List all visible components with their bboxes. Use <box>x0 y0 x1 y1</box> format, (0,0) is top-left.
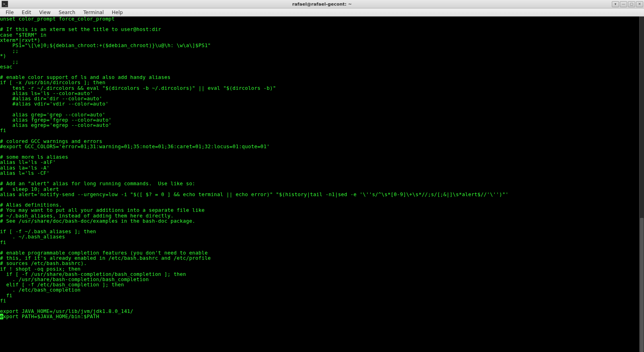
menu-terminal[interactable]: Terminal <box>79 9 108 16</box>
terminal-scrollbar[interactable] <box>639 17 644 352</box>
window-title: rafael@rafael-gecont: ~ <box>292 2 352 7</box>
terminal-app-icon: >_ <box>2 1 8 7</box>
window-always-on-top-button[interactable]: ▾ <box>612 1 619 7</box>
window-minimize-button[interactable]: — <box>620 1 627 7</box>
menu-search[interactable]: Search <box>55 9 79 16</box>
window-titlebar: >_ rafael@rafael-gecont: ~ ▾ — ▢ ✕ <box>0 0 644 8</box>
menu-edit[interactable]: Edit <box>18 9 35 16</box>
menu-help[interactable]: Help <box>108 9 127 16</box>
terminal-area: unset color_prompt force_color_prompt # … <box>0 17 644 352</box>
window-maximize-button[interactable]: ▢ <box>628 1 635 7</box>
menubar: File Edit View Search Terminal Help <box>0 8 644 17</box>
terminal-content[interactable]: unset color_prompt force_color_prompt # … <box>0 17 639 352</box>
menu-file[interactable]: File <box>2 9 18 16</box>
menu-view[interactable]: View <box>35 9 54 16</box>
window-controls: ▾ — ▢ ✕ <box>612 1 643 7</box>
scrollbar-thumb[interactable] <box>640 218 644 352</box>
window-close-button[interactable]: ✕ <box>636 1 643 7</box>
